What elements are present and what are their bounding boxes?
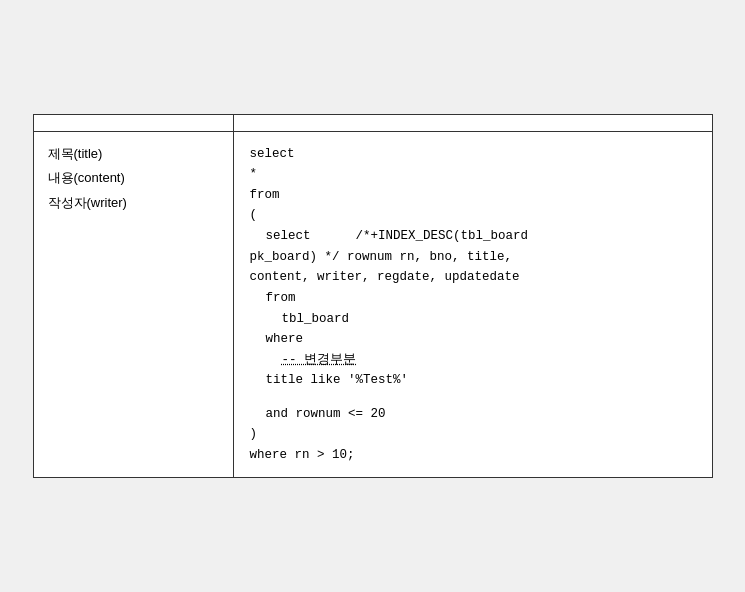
sql-line: tbl_board <box>250 309 696 330</box>
sql-line: from <box>250 288 696 309</box>
sql-line: and rownum <= 20 <box>250 404 696 425</box>
search-condition-item: 작성자(writer) <box>48 193 219 214</box>
sql-line: where rn > 10; <box>250 445 696 466</box>
sql-line: select /*+INDEX_DESC(tbl_board <box>250 226 696 247</box>
search-condition-item: 제목(title) <box>48 144 219 165</box>
sql-line <box>250 391 696 404</box>
sql-line: ) <box>250 424 696 445</box>
header-sql <box>234 115 712 131</box>
sql-line: select <box>250 144 696 165</box>
sql-column: select*from(select /*+INDEX_DESC(tbl_boa… <box>234 132 712 478</box>
sql-line: from <box>250 185 696 206</box>
header-search-condition <box>34 115 234 131</box>
table-body: 제목(title)내용(content)작성자(writer) select*f… <box>34 132 712 478</box>
sql-line: -- 변경부분 <box>250 350 696 371</box>
sql-line: pk_board) */ rownum rn, bno, title, <box>250 247 696 268</box>
main-table: 제목(title)내용(content)작성자(writer) select*f… <box>33 114 713 479</box>
search-conditions-column: 제목(title)내용(content)작성자(writer) <box>34 132 234 478</box>
search-condition-item: 내용(content) <box>48 168 219 189</box>
sql-line: title like '%Test%' <box>250 370 696 391</box>
sql-line: where <box>250 329 696 350</box>
sql-line: * <box>250 164 696 185</box>
sql-line: content, writer, regdate, updatedate <box>250 267 696 288</box>
table-header <box>34 115 712 132</box>
sql-line: ( <box>250 205 696 226</box>
